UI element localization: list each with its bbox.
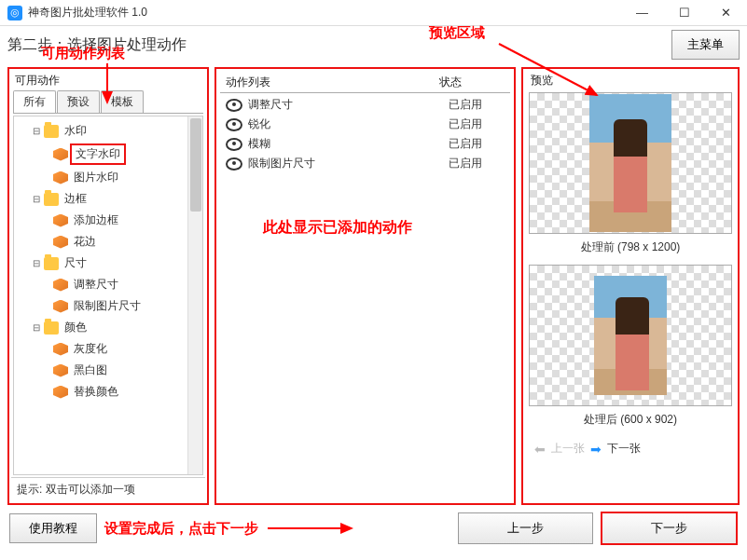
annotation-next-hint: 设置完成后，点击下一步 (104, 520, 258, 538)
available-actions-pane: 可用动作列表 可用动作 所有 预设 模板 ⊟水印 文字水印 图片水印 ⊟边框 添… (7, 67, 209, 505)
eye-icon[interactable] (226, 157, 242, 171)
tree-node-replace-color[interactable]: 替换颜色 (16, 381, 201, 403)
arrow-left-icon: ⬅ (534, 442, 546, 457)
tutorial-button[interactable]: 使用教程 (9, 513, 97, 543)
bottom-bar: 使用教程 设置完成后，点击下一步 上一步 下一步 (0, 507, 747, 550)
action-list: 调整尺寸已启用 锐化已启用 模糊已启用 限制图片尺寸已启用 (220, 95, 510, 501)
tree-node-image-watermark[interactable]: 图片水印 (16, 167, 201, 188)
preview-after-label: 处理后 (600 x 902) (529, 410, 732, 433)
prev-step-button[interactable]: 上一步 (458, 512, 593, 544)
arrow-next-icon (266, 519, 359, 538)
step-bar: 第二步：选择图片处理动作 主菜单 预览区域 (0, 26, 747, 63)
next-step-button[interactable]: 下一步 (601, 512, 738, 545)
tree-node-limit-size[interactable]: 限制图片尺寸 (16, 295, 201, 317)
step-label: 第二步：选择图片处理动作 (7, 35, 187, 55)
scrollbar-thumb[interactable] (190, 118, 201, 212)
action-row[interactable]: 调整尺寸已启用 (220, 95, 510, 115)
package-icon (53, 386, 68, 399)
package-icon (53, 279, 68, 292)
package-icon (53, 148, 68, 161)
main-menu-button[interactable]: 主菜单 (671, 30, 740, 60)
action-row[interactable]: 模糊已启用 (220, 134, 510, 154)
arrow-right-icon: ➡ (590, 442, 602, 457)
folder-icon (44, 257, 59, 270)
action-tree: ⊟水印 文字水印 图片水印 ⊟边框 添加边框 花边 ⊟尺寸 调整尺寸 限制图片尺… (14, 116, 202, 406)
annotation-preview-area: 预览区域 (429, 24, 485, 42)
tree-scrollbar[interactable] (187, 116, 202, 474)
tree-node-text-watermark[interactable]: 文字水印 (16, 142, 201, 167)
tab-template[interactable]: 模板 (101, 90, 144, 113)
tree-node-size[interactable]: ⊟尺寸 (16, 253, 201, 274)
window-title: 神奇图片批处理软件 1.0 (28, 5, 621, 20)
eye-icon[interactable] (226, 138, 242, 151)
tree-hint: 提示: 双击可以添加一项 (11, 477, 205, 501)
tree-node-color[interactable]: ⊟颜色 (16, 317, 201, 338)
preview-pane: 预览 处理前 (798 x 1200) 处理后 (600 x 902) ⬅ 上一… (521, 67, 740, 505)
action-list-pane: 动作列表 状态 调整尺寸已启用 锐化已启用 模糊已启用 限制图片尺寸已启用 此处… (214, 67, 516, 505)
minimize-button[interactable]: — (621, 0, 663, 26)
prev-image-button[interactable]: 上一张 (551, 441, 585, 457)
preview-before-label: 处理前 (798 x 1200) (529, 238, 732, 261)
titlebar: ◎ 神奇图片批处理软件 1.0 — ☐ ✕ (0, 0, 747, 26)
package-icon (53, 236, 68, 249)
eye-icon[interactable] (226, 99, 242, 112)
tree-node-add-border[interactable]: 添加边框 (16, 210, 201, 231)
next-image-button[interactable]: 下一张 (607, 441, 641, 457)
action-row[interactable]: 锐化已启用 (220, 115, 510, 134)
package-icon (53, 214, 68, 227)
tree-container: ⊟水印 文字水印 图片水印 ⊟边框 添加边框 花边 ⊟尺寸 调整尺寸 限制图片尺… (13, 116, 203, 475)
package-icon (53, 171, 68, 184)
tree-node-border[interactable]: ⊟边框 (16, 188, 201, 210)
folder-icon (44, 321, 59, 335)
preview-before-image (529, 92, 732, 234)
content-area: 可用动作列表 可用动作 所有 预设 模板 ⊟水印 文字水印 图片水印 ⊟边框 添… (0, 63, 747, 507)
available-tabs: 所有 预设 模板 (13, 90, 203, 114)
package-icon (53, 300, 68, 313)
action-row[interactable]: 限制图片尺寸已启用 (220, 154, 510, 173)
package-icon (53, 364, 68, 377)
tab-preset[interactable]: 预设 (57, 90, 100, 113)
preview-after-image (529, 265, 732, 406)
folder-icon (44, 125, 59, 138)
preview-header: 预览 (525, 71, 736, 90)
col-action-name: 动作列表 (226, 75, 439, 90)
tab-all[interactable]: 所有 (13, 90, 56, 113)
close-button[interactable]: ✕ (705, 0, 747, 26)
tree-node-watermark[interactable]: ⊟水印 (16, 120, 201, 142)
app-icon: ◎ (7, 6, 22, 20)
available-header: 可用动作 (11, 71, 205, 90)
folder-icon (44, 193, 59, 206)
tree-node-grayscale[interactable]: 灰度化 (16, 338, 201, 360)
eye-icon[interactable] (226, 118, 242, 131)
tree-node-resize[interactable]: 调整尺寸 (16, 274, 201, 295)
tree-node-bw[interactable]: 黑白图 (16, 360, 201, 381)
maximize-button[interactable]: ☐ (663, 0, 705, 26)
preview-nav: ⬅ 上一张 ➡ 下一张 (529, 437, 732, 460)
tree-node-lace[interactable]: 花边 (16, 231, 201, 253)
package-icon (53, 343, 68, 356)
col-status: 状态 (439, 75, 505, 90)
action-list-header: 动作列表 状态 (220, 73, 510, 93)
